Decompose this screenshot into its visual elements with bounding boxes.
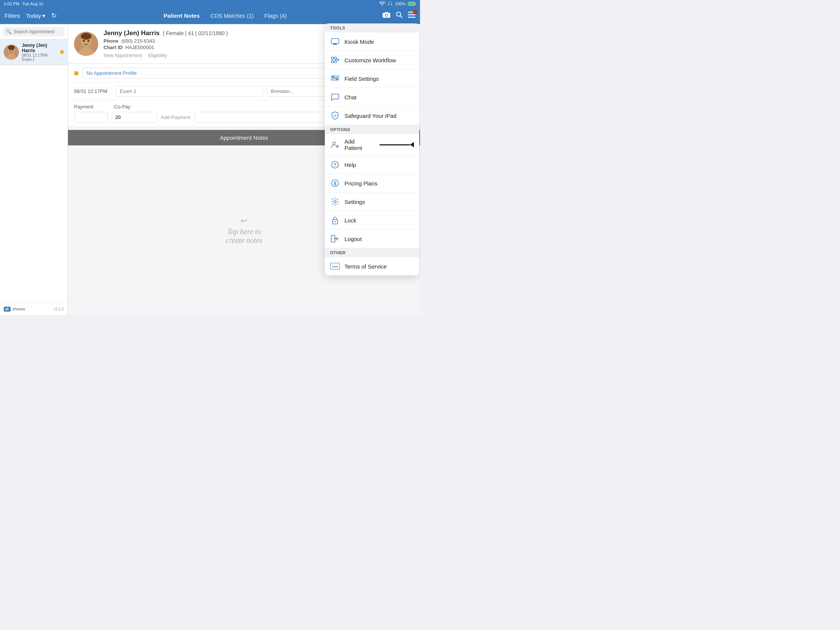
menu-item-logout[interactable]: Logout [325, 230, 419, 248]
top-nav-bar: Filters Today ▾ ↻ Patient Notes CDS Matc… [0, 8, 420, 24]
sidebar: 🔍 Jenny (Jen) Harris [0, 24, 68, 315]
help-icon: ? [330, 160, 340, 170]
copay-input[interactable] [112, 112, 157, 123]
svg-rect-21 [331, 38, 339, 43]
options-section-header: OPTIONS [325, 125, 419, 134]
menu-item-field-settings[interactable]: Field Settings [325, 69, 419, 88]
arrow-line [380, 144, 410, 145]
patient-info: Jenny (Jen) Harris 08/31 12:17PM Exam 1 [22, 43, 57, 62]
patient-thumbnail [4, 44, 19, 60]
menu-item-safeguard-ipad[interactable]: Safeguard Your iPad [325, 106, 419, 125]
appointment-profile-input[interactable] [82, 68, 350, 79]
add-patient-arrow [380, 142, 414, 147]
menu-item-settings[interactable]: Settings [325, 193, 419, 211]
search-bar: 🔍 [0, 24, 68, 39]
menu-item-add-patient[interactable]: Add Patient [325, 134, 419, 156]
nav-right: ! [378, 11, 415, 20]
today-button[interactable]: Today ▾ [26, 13, 45, 19]
svg-text:?: ? [333, 163, 336, 168]
patient-name: Jenny (Jen) Harris [22, 43, 57, 53]
svg-rect-25 [334, 57, 336, 59]
safeguard-ipad-label: Safeguard Your iPad [344, 112, 396, 119]
patient-list-item[interactable]: Jenny (Jen) Harris 08/31 12:17PM Exam 1 [0, 39, 68, 65]
add-person-icon [330, 140, 340, 150]
svg-rect-26 [331, 61, 333, 63]
svg-rect-8 [408, 17, 415, 18]
new-appointment-link[interactable]: New Appointment [104, 52, 142, 58]
svg-rect-23 [333, 44, 337, 45]
search-input-icon: 🔍 [6, 29, 12, 35]
search-svg [396, 11, 403, 18]
logout-icon [330, 234, 340, 244]
svg-point-36 [336, 79, 338, 80]
other-section-header: OTHER [325, 248, 419, 257]
refresh-button[interactable]: ↻ [51, 12, 57, 20]
tap-arrow-icon: ↩ [241, 216, 247, 226]
arrow-head [410, 142, 414, 147]
wifi-icon [379, 2, 385, 6]
headphone-icon [387, 2, 393, 6]
patient-face-svg [4, 44, 19, 60]
menu-button[interactable]: ! [408, 12, 415, 20]
status-icons: 100% [379, 2, 416, 6]
tab-flags[interactable]: Flags (4) [264, 13, 287, 19]
svg-point-37 [333, 142, 336, 145]
svg-rect-3 [414, 3, 415, 5]
settings-label: Settings [344, 199, 365, 205]
lock-label: Lock [344, 217, 357, 224]
svg-rect-22 [333, 43, 336, 44]
svg-text:$: $ [334, 181, 336, 186]
menu-item-customize-workflow[interactable]: Customize Workflow [325, 51, 419, 69]
svg-rect-28 [337, 59, 339, 60]
add-payment-link[interactable]: Add Payment [161, 114, 190, 120]
svg-point-46 [335, 221, 336, 223]
patient-header-face [74, 32, 98, 56]
svg-rect-7 [408, 14, 415, 16]
svg-point-18 [83, 39, 85, 42]
menu-item-lock[interactable]: Lock [325, 211, 419, 230]
svg-rect-27 [334, 61, 336, 63]
svg-line-5 [400, 16, 403, 18]
menu-item-pricing-plans[interactable]: $ Pricing Plans [325, 174, 419, 193]
nav-tabs: Patient Notes CDS Matches (1) Flags (4) [73, 13, 378, 19]
filters-button[interactable]: Filters [5, 13, 20, 19]
menu-item-help[interactable]: ? Help [325, 156, 419, 174]
appointment-exam-input[interactable] [115, 86, 263, 97]
field-settings-label: Field Settings [344, 76, 379, 82]
svg-point-20 [81, 33, 92, 39]
sidebar-empty [0, 65, 68, 303]
camera-svg [382, 11, 390, 18]
camera-icon[interactable] [382, 11, 390, 20]
payment-input[interactable] [74, 112, 108, 123]
toggles-icon [330, 74, 340, 84]
tos-icon: TOS [330, 261, 340, 271]
exam-label: Exam 1 [22, 57, 57, 62]
svg-rect-2 [415, 3, 416, 5]
menu-item-terms-of-service[interactable]: TOS Terms of Service [325, 257, 419, 275]
tools-dropdown-menu: TOOLS Kiosk Mode Cu [325, 24, 419, 275]
menu-item-kiosk-mode[interactable]: Kiosk Mode [325, 33, 419, 51]
appointment-date-label: 08/31 12:17PM [74, 88, 112, 94]
tab-patient-notes[interactable]: Patient Notes [164, 13, 200, 19]
terms-of-service-label: Terms of Service [344, 263, 387, 270]
battery-icon [408, 2, 416, 6]
svg-point-14 [8, 45, 15, 50]
menu-item-chat[interactable]: Chat [325, 88, 419, 106]
status-bar: 2:03 PM Tue Aug 31 100% [0, 0, 420, 8]
search-appointment-input[interactable] [14, 29, 62, 35]
search-input-wrap: 🔍 [3, 27, 65, 36]
svg-rect-24 [331, 57, 333, 59]
tools-section-header: TOOLS [325, 24, 419, 33]
svg-point-19 [88, 39, 90, 42]
kiosk-mode-label: Kiosk Mode [344, 38, 374, 45]
tab-cds-matches[interactable]: CDS Matches (1) [210, 13, 254, 19]
pricing-icon: $ [330, 178, 340, 188]
eligibility-link[interactable]: Eligibility [148, 52, 167, 58]
workflow-icon [330, 55, 340, 65]
chat-icon [330, 92, 340, 102]
lock-icon [330, 215, 340, 225]
search-icon[interactable] [396, 11, 403, 20]
pricing-plans-label: Pricing Plans [344, 180, 378, 186]
add-patient-label: Add Patient [344, 138, 371, 151]
settings-icon [330, 197, 340, 207]
